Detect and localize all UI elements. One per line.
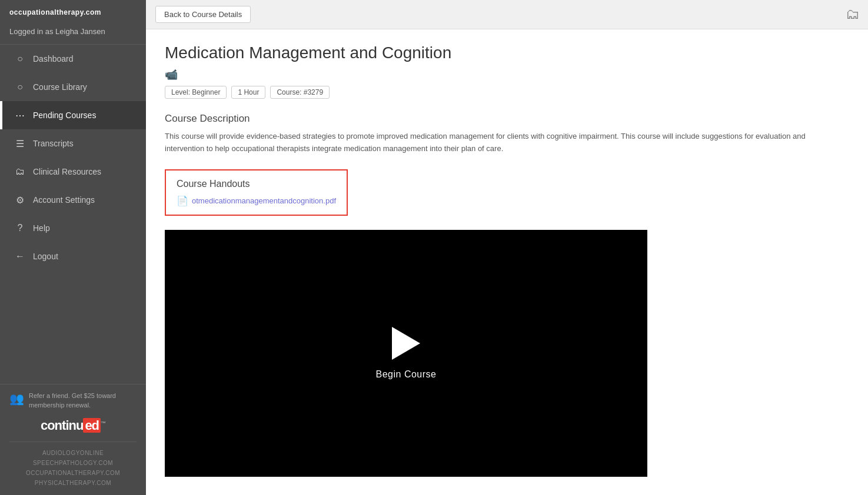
sidebar-item-clinical-resources[interactable]: 🗂Clinical Resources (0, 158, 146, 186)
nav-icon-account-settings: ⚙ (14, 194, 26, 206)
pdf-filename: otmedicationmanagementandcognition.pdf (192, 196, 336, 205)
nav-icon-clinical-resources: 🗂 (14, 166, 26, 178)
sidebar: occupationaltherapy.com Logged in as Lei… (0, 0, 146, 495)
course-tag-1: 1 Hour (231, 86, 265, 99)
video-player[interactable]: Begin Course (165, 230, 647, 477)
video-camera-icon: 📹 (165, 68, 849, 81)
footer-link-3: occupationaltherapy.com (9, 468, 137, 478)
continued-logo: continued™ (9, 418, 137, 433)
content-area: Medication Management and Cognition 📹 Le… (146, 29, 868, 495)
main-content: Back to Course Details Medication Manage… (146, 0, 868, 495)
nav-icon-help: ? (14, 222, 26, 234)
nav-menu: ○Dashboard○Course Library⋯Pending Course… (0, 45, 146, 270)
nav-label-transcripts: Transcripts (33, 139, 74, 148)
sidebar-item-course-library[interactable]: ○Course Library (0, 73, 146, 101)
begin-course-label: Begin Course (376, 369, 437, 380)
course-tag-0: Level: Beginner (165, 86, 227, 99)
nav-icon-pending-courses: ⋯ (14, 109, 26, 121)
nav-label-pending-courses: Pending Courses (33, 111, 96, 120)
course-handouts-box: Course Handouts 📄 otmedicationmanagement… (165, 169, 348, 216)
nav-label-logout: Logout (33, 252, 58, 261)
sidebar-item-transcripts[interactable]: ☰Transcripts (0, 129, 146, 158)
nav-icon-transcripts: ☰ (14, 138, 26, 149)
refer-text: Refer a friend. Get $25 toward membershi… (29, 392, 137, 410)
nav-icon-dashboard: ○ (14, 53, 26, 65)
course-description-title: Course Description (165, 113, 849, 125)
sidebar-item-help[interactable]: ?Help (0, 214, 146, 242)
pdf-download-link[interactable]: 📄 otmedicationmanagementandcognition.pdf (177, 195, 336, 206)
sidebar-item-pending-courses[interactable]: ⋯Pending Courses (0, 101, 146, 129)
pdf-icon: 📄 (177, 195, 188, 206)
handouts-title: Course Handouts (177, 179, 336, 189)
sidebar-item-account-settings[interactable]: ⚙Account Settings (0, 186, 146, 214)
play-button-icon (392, 327, 420, 360)
course-description-text: This course will provide evidence-based … (165, 131, 842, 155)
footer-link-2: speechpathology.com (9, 458, 137, 468)
nav-icon-logout: ← (14, 250, 26, 262)
footer-links: audiologyonline speechpathology.com occu… (9, 442, 137, 488)
continued-text: continued™ (41, 418, 105, 433)
sidebar-item-logout[interactable]: ←Logout (0, 242, 146, 270)
nav-label-course-library: Course Library (33, 82, 87, 92)
sidebar-bottom: 👥 Refer a friend. Get $25 toward members… (0, 384, 146, 495)
sidebar-item-dashboard[interactable]: ○Dashboard (0, 45, 146, 73)
site-logo: occupationaltherapy.com (0, 0, 146, 22)
footer-link-1: audiologyonline (9, 448, 137, 458)
nav-icon-course-library: ○ (14, 81, 26, 93)
refer-section: 👥 Refer a friend. Get $25 toward members… (9, 392, 137, 410)
course-title: Medication Management and Cognition (165, 44, 849, 62)
nav-label-account-settings: Account Settings (33, 195, 95, 205)
refer-icon: 👥 (9, 392, 24, 406)
course-tags: Level: Beginner1 HourCourse: #3279 (165, 86, 849, 99)
ed-box: ed (83, 418, 101, 433)
nav-label-clinical-resources: Clinical Resources (33, 167, 101, 176)
footer-link-4: physicaltherapy.com (9, 478, 137, 488)
user-info: Logged in as Leigha Jansen (0, 22, 146, 45)
back-to-course-details-button[interactable]: Back to Course Details (155, 6, 251, 23)
top-right-icon[interactable]: 🗂 (846, 6, 860, 22)
nav-label-help: Help (33, 223, 50, 233)
nav-label-dashboard: Dashboard (33, 54, 74, 63)
top-bar: Back to Course Details (146, 0, 868, 29)
course-tag-2: Course: #3279 (270, 86, 330, 99)
